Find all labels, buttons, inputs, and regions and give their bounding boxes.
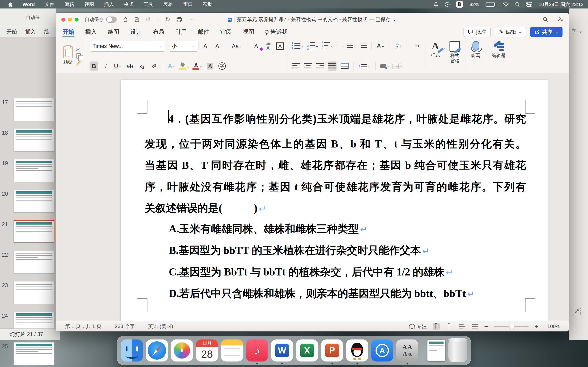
ribbon-tab[interactable]: 设计	[130, 28, 142, 38]
ppt-expand-icon[interactable]: ⤢	[573, 307, 581, 315]
dock-music-icon[interactable]: ♪	[246, 340, 268, 361]
slide-thumbnail[interactable]	[14, 251, 54, 274]
distribute-text-button[interactable]	[340, 61, 349, 71]
search-icon[interactable]	[543, 17, 548, 22]
menu-item[interactable]: 窗口	[183, 1, 193, 8]
outline-view-button[interactable]	[458, 323, 465, 330]
grow-font-button[interactable]: Aˆ	[202, 42, 210, 51]
zoom-slider[interactable]	[494, 326, 528, 327]
shrink-font-button[interactable]: Aˇ	[214, 42, 222, 51]
dock-photos-icon[interactable]	[171, 340, 193, 361]
dock-safari-icon[interactable]	[146, 340, 168, 361]
ribbon-tab[interactable]: 审阅	[220, 28, 232, 38]
dock-trash-icon[interactable]	[448, 339, 467, 362]
dictate-button[interactable]: 听写	[469, 41, 482, 59]
web-layout-view-button[interactable]	[446, 323, 452, 330]
menu-item[interactable]: 表格	[163, 1, 173, 8]
editor-button[interactable]: 编辑器	[490, 41, 507, 59]
character-border-button[interactable]: A	[276, 42, 284, 51]
language-status[interactable]: 英语 (美国)	[148, 323, 173, 330]
slide-thumbnail[interactable]	[14, 220, 54, 243]
battery-icon[interactable]	[485, 2, 496, 7]
justify-button[interactable]	[328, 61, 337, 71]
minimize-window-button[interactable]	[68, 18, 72, 22]
multilevel-list-button[interactable]: 1ai⌄	[322, 41, 333, 50]
tell-me-tab[interactable]: 告诉我	[265, 28, 288, 38]
dock-excel-icon[interactable]: X	[296, 340, 318, 361]
phonetic-guide-button[interactable]: abcA	[264, 42, 272, 51]
redo-icon[interactable]: ↻	[165, 16, 170, 23]
font-name-select[interactable]: Times New...⌄	[90, 41, 165, 52]
slide-thumbnail-row[interactable]: 19	[0, 159, 56, 183]
home-icon[interactable]	[123, 17, 128, 22]
word-count[interactable]: 233 个字	[115, 323, 135, 330]
ppt-share-button-partial[interactable]: 享 ⌄	[571, 27, 583, 35]
comments-button[interactable]: 批注	[464, 27, 491, 37]
notification-bell-icon[interactable]	[434, 2, 438, 7]
undo-chevron[interactable]: ⌄	[157, 18, 159, 21]
menu-item[interactable]: 视图	[84, 1, 94, 8]
slide-thumbnail[interactable]	[14, 159, 54, 182]
dock-qq-icon[interactable]	[346, 340, 368, 361]
spotlight-search-icon[interactable]	[515, 2, 520, 7]
slide-thumbnail[interactable]	[14, 98, 54, 121]
paste-button[interactable]: 粘贴	[62, 46, 74, 65]
more-commands-icon[interactable]: ···	[188, 16, 195, 23]
bold-button[interactable]: B	[90, 61, 98, 71]
numbered-list-button[interactable]: 123⌄	[307, 41, 319, 50]
ribbon-tab[interactable]: 绘图	[107, 28, 120, 38]
slide-thumbnail-row[interactable]: 18	[0, 129, 56, 152]
dock-minimized-document[interactable]	[427, 340, 445, 361]
share-button[interactable]: 共享⌄	[530, 27, 562, 37]
character-shading-button[interactable]: A	[206, 61, 215, 71]
autosave-toggle[interactable]	[106, 17, 117, 23]
menu-item[interactable]: 插入	[104, 1, 114, 8]
slide-thumbnail[interactable]	[14, 190, 54, 213]
ribbon-tab[interactable]: 插入	[85, 28, 97, 38]
slide-thumbnail-row[interactable]: 22	[0, 251, 56, 275]
highlight-button[interactable]: ⌄	[179, 61, 190, 71]
font-size-select[interactable]: 小一⌄	[169, 41, 199, 52]
screen-mirroring-icon[interactable]	[445, 2, 450, 7]
input-method-icon[interactable]: 拼	[456, 1, 463, 8]
document-page[interactable]: 4．(基因互作影响性别分化类)玉米顶端是雄花序，叶腋处是雌花序。研究 发现，位于…	[121, 80, 548, 321]
strikethrough-button[interactable]: ab	[125, 61, 134, 71]
slide-thumbnail[interactable]	[14, 281, 54, 304]
show-paragraph-marks-button[interactable]: ↵	[413, 41, 421, 50]
line-spacing-button[interactable]: ↕⌄	[358, 61, 371, 71]
print-layout-view-button[interactable]	[433, 323, 440, 330]
dock-appstore-icon[interactable]: A	[371, 340, 393, 361]
zoom-out-button[interactable]: −	[484, 323, 488, 330]
ribbon-tab[interactable]: 布局	[152, 28, 165, 38]
ppt-ribbon-tab[interactable]: 插入	[25, 28, 36, 35]
ribbon-tab[interactable]: 开始	[62, 28, 75, 38]
ppt-ribbon-tab[interactable]: 绘	[44, 28, 49, 35]
slide-thumbnail-row[interactable]: 23	[0, 281, 56, 305]
increase-indent-button[interactable]: →	[356, 41, 367, 50]
text-effects-button[interactable]: A⌄	[167, 61, 176, 71]
active-app-name[interactable]: Word	[23, 2, 35, 7]
draft-view-button[interactable]	[471, 323, 478, 330]
dock-powerpoint-icon[interactable]: P	[321, 340, 343, 361]
cut-button[interactable]	[75, 46, 82, 52]
styles-button[interactable]: A 样式	[429, 41, 442, 71]
zoom-in-button[interactable]: +	[535, 323, 538, 330]
decrease-indent-button[interactable]: ←	[342, 41, 353, 50]
menu-item[interactable]: 文件	[45, 1, 54, 8]
enclose-characters-button[interactable]: 字	[218, 61, 226, 71]
underline-button[interactable]: U⌄	[113, 61, 122, 71]
document-canvas[interactable]: 4．(基因互作影响性别分化类)玉米顶端是雄花序，叶腋处是雌花序。研究 发现，位于…	[56, 73, 569, 321]
subscript-button[interactable]: x₂	[137, 61, 146, 71]
clear-formatting-button[interactable]: A	[252, 42, 260, 51]
slide-thumbnail-row[interactable]: 21	[0, 220, 56, 244]
editing-mode-button[interactable]: ✎ 编辑⌄	[495, 27, 526, 37]
apple-menu-icon[interactable]	[8, 2, 12, 7]
italic-button[interactable]: I	[102, 61, 110, 71]
menu-item[interactable]: 格式	[124, 1, 133, 8]
wifi-icon[interactable]	[503, 2, 509, 7]
close-window-button[interactable]	[61, 18, 65, 22]
ppt-ribbon-tab[interactable]: 开始	[6, 28, 17, 35]
ribbon-tab[interactable]: 邮件	[197, 28, 210, 38]
dock-word-icon[interactable]: W	[271, 340, 293, 361]
menubar-datetime[interactable]: 10月28日 周六 23:12	[539, 1, 583, 8]
